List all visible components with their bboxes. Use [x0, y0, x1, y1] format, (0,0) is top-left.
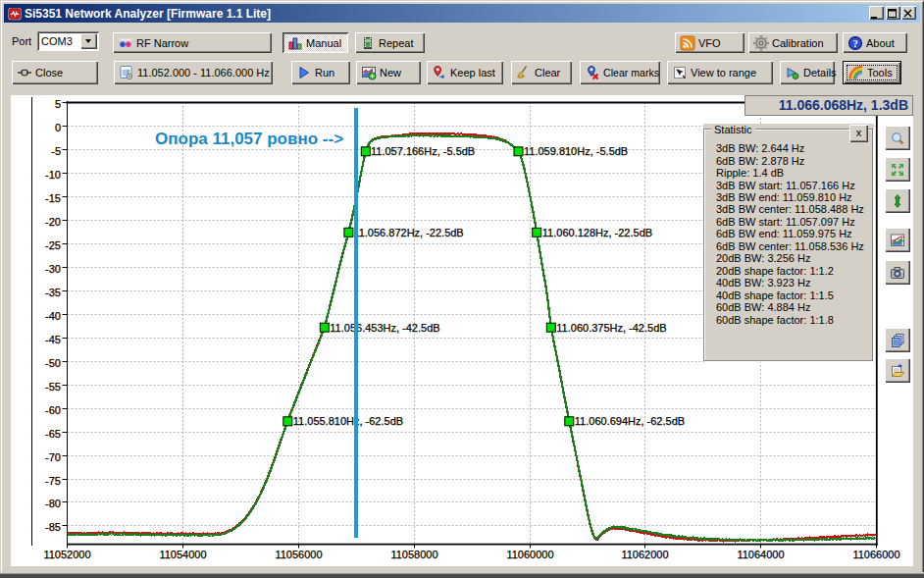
svg-text:-60: -60 [45, 404, 61, 416]
svg-text:11064000: 11064000 [737, 549, 784, 560]
svg-text:-25: -25 [45, 239, 61, 251]
svg-text:5: 5 [55, 98, 61, 110]
svg-text:-40: -40 [45, 310, 61, 322]
svg-text:11066000: 11066000 [852, 549, 899, 560]
svg-text:11062000: 11062000 [621, 549, 668, 560]
svg-text:-15: -15 [45, 192, 61, 204]
svg-text:-70: -70 [45, 451, 61, 463]
svg-text:-55: -55 [45, 381, 61, 393]
svg-text:-65: -65 [45, 428, 61, 440]
svg-text:11.060.375Hz, -42.5dB: 11.060.375Hz, -42.5dB [556, 322, 666, 334]
svg-text:11.055.810Hz, -62.5dB: 11.055.810Hz, -62.5dB [293, 415, 403, 427]
svg-text:-10: -10 [45, 169, 61, 181]
svg-text:11054000: 11054000 [159, 549, 206, 560]
svg-text:11.060.128Hz, -22.5dB: 11.060.128Hz, -22.5dB [542, 227, 652, 238]
svg-text:11052000: 11052000 [43, 549, 90, 560]
svg-text:11058000: 11058000 [390, 549, 437, 560]
svg-text:11056000: 11056000 [275, 549, 322, 560]
svg-text:11.057.166Hz, -5.5dB: 11.057.166Hz, -5.5dB [371, 145, 475, 157]
svg-text:-50: -50 [45, 357, 61, 369]
svg-text:11.060.694Hz, -62.5dB: 11.060.694Hz, -62.5dB [575, 415, 685, 427]
svg-text:11.056.872Hz, -22.5dB: 11.056.872Hz, -22.5dB [353, 227, 463, 238]
svg-text:-85: -85 [45, 521, 61, 533]
svg-text:11.056.453Hz, -42.5dB: 11.056.453Hz, -42.5dB [330, 322, 439, 334]
svg-text:?: ? [852, 37, 857, 48]
svg-text:11.059.810Hz, -5.5dB: 11.059.810Hz, -5.5dB [524, 145, 628, 157]
svg-text:-5: -5 [51, 145, 61, 157]
svg-text:0: 0 [55, 122, 61, 133]
svg-text:Опора 11,057 ровно -->: Опора 11,057 ровно --> [155, 130, 343, 148]
svg-text:-75: -75 [45, 475, 61, 487]
svg-text:-45: -45 [45, 334, 61, 345]
svg-text:-80: -80 [45, 498, 61, 509]
svg-text:-35: -35 [45, 287, 61, 298]
svg-text:-30: -30 [45, 263, 61, 275]
svg-text:11060000: 11060000 [506, 549, 553, 560]
svg-text:-20: -20 [45, 216, 61, 228]
